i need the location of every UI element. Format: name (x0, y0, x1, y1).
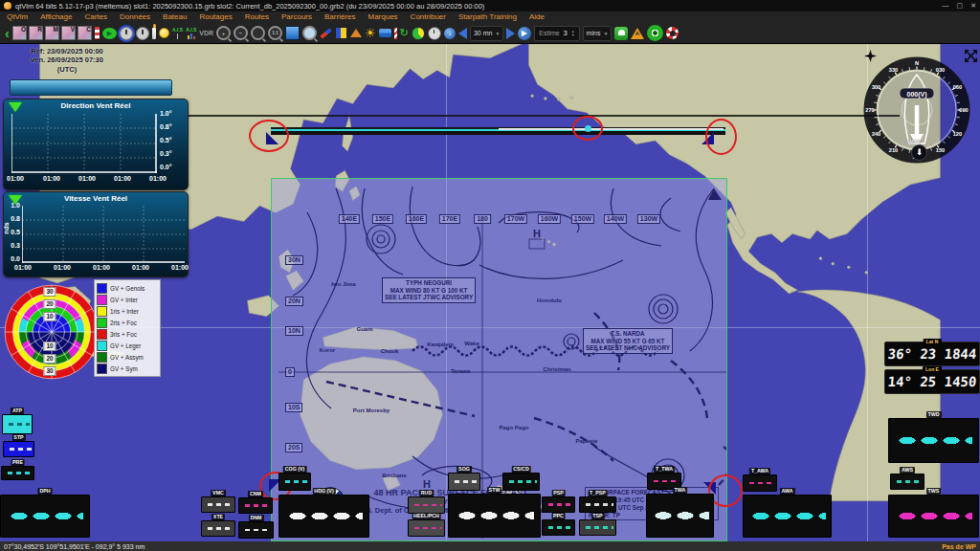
minimize-button[interactable]: — (943, 2, 949, 10)
flag-pole-icon[interactable] (394, 28, 397, 39)
instrument[interactable]: PSP (542, 496, 575, 513)
instrument-value (545, 520, 572, 535)
wind-speed-chart[interactable]: Vitesse Vent Réel nds 1.00.80.50.30.0 01… (3, 191, 189, 277)
play-animation-icon[interactable] (518, 27, 531, 40)
menu-item[interactable]: Marques (368, 11, 397, 23)
instrument[interactable]: HDG (V) (278, 495, 369, 538)
chart-layer-button[interactable]: O (12, 26, 27, 40)
instrument[interactable]: STW (448, 494, 541, 538)
menu-item[interactable]: Données (120, 11, 150, 23)
menu-item[interactable]: Cartes (84, 11, 107, 23)
zoom-1-1-icon[interactable]: 1:1 (268, 26, 282, 40)
measure-icon[interactable] (320, 28, 332, 38)
menu-item[interactable]: QtVlm (7, 11, 28, 23)
instrument[interactable]: AWA (743, 495, 832, 538)
instrument-label: CNM (248, 491, 263, 497)
menu-item[interactable]: Routages (199, 11, 232, 23)
instrument[interactable]: AWS (890, 474, 924, 490)
gauge-icon[interactable] (136, 27, 149, 40)
instrument[interactable]: TWS (888, 495, 979, 538)
back-icon[interactable]: ‹ (5, 27, 10, 40)
step-back-icon[interactable] (458, 28, 467, 39)
estime-field[interactable]: Estime 3 ▲▼ (534, 26, 579, 41)
fax-longitude-label: 170E (439, 214, 460, 224)
grib-icon[interactable] (379, 29, 391, 37)
instrument[interactable]: PPC (542, 519, 575, 536)
compass-star-icon[interactable] (864, 50, 877, 62)
estime-unit-select[interactable]: mins▼ (583, 26, 612, 41)
zoom-out-icon[interactable]: − (234, 26, 248, 40)
instrument[interactable]: RUD (408, 496, 445, 514)
marker-icon[interactable] (152, 28, 156, 39)
instrument[interactable]: DPH (0, 495, 90, 538)
fax-place-label: Chuuk (381, 348, 399, 354)
instrument[interactable]: T_AWA (743, 474, 777, 492)
menu-item[interactable]: Routes (245, 11, 269, 23)
instrument[interactable]: TWD (888, 418, 979, 463)
instrument[interactable]: DNM (238, 521, 274, 539)
lighthouse-icon[interactable] (95, 27, 100, 39)
zoom-area-icon[interactable] (251, 26, 265, 40)
menu-item[interactable]: Starpath Training (458, 11, 517, 23)
map-canvas[interactable]: H H 140E150E160E170E180170W160W150W140W1… (0, 44, 980, 541)
menu-item[interactable]: Barrières (324, 11, 355, 23)
menu-item[interactable]: Bateau (163, 11, 187, 23)
instrument[interactable]: CNM (238, 497, 273, 514)
ais-alarm-icon[interactable]: A (631, 28, 644, 39)
instrument[interactable]: ATP (2, 414, 33, 434)
instrument[interactable]: TSP (579, 519, 616, 536)
compass-degree-label: N (915, 60, 919, 66)
vdr-button[interactable]: VDR (199, 30, 213, 36)
logbook-icon[interactable] (335, 27, 347, 39)
maximize-button[interactable]: ▢ (957, 2, 964, 10)
time-slider[interactable] (10, 79, 172, 96)
close-button[interactable]: ✕ (970, 2, 976, 10)
instrument[interactable]: STP (3, 441, 34, 457)
instrument-gauge-icon[interactable] (120, 27, 133, 40)
instrument[interactable]: PRE (1, 466, 34, 480)
menu-item[interactable]: Contribuer (411, 11, 446, 23)
menu-item[interactable]: Aide (529, 11, 545, 23)
menu-item[interactable]: Parcours (281, 11, 312, 23)
expand-icon[interactable] (965, 50, 977, 62)
mob-target-icon[interactable] (647, 25, 663, 41)
sun-icon[interactable]: ☀ (365, 27, 376, 39)
estime-spinner[interactable]: ▲▼ (571, 30, 575, 36)
refresh-icon[interactable]: ↻ (400, 27, 409, 39)
time-step-select[interactable]: 30 mn▼ (470, 26, 503, 41)
ais-list-icon[interactable]: A.I.S (186, 28, 196, 39)
instrument[interactable]: TWA (646, 494, 714, 538)
chart-layer-button[interactable]: M (45, 26, 59, 40)
fax-opacity-slider[interactable] (271, 127, 725, 135)
pie-icon[interactable] (412, 27, 425, 40)
menu-item[interactable]: Affichage (40, 11, 72, 23)
instrument[interactable]: COG (V) (278, 473, 311, 491)
instrument-box (201, 520, 235, 537)
alarm-bell-icon[interactable] (614, 27, 628, 40)
selection-icon[interactable] (285, 26, 300, 40)
bulb-icon[interactable] (159, 28, 169, 38)
instrument[interactable]: T_PSP (579, 496, 616, 513)
chart-layer-button[interactable]: R (29, 26, 43, 40)
polar-diagram[interactable]: 302010102030 (2, 282, 101, 382)
chart-layer-button[interactable]: V (61, 26, 76, 40)
instrument-box (0, 495, 90, 538)
globe-download-icon[interactable]: ↓ (444, 28, 456, 39)
instrument[interactable]: HEEL/PCH (408, 519, 445, 537)
upload-icon[interactable] (350, 29, 362, 37)
wind-direction-chart[interactable]: Direction Vent Réel 1.0°0.8°0.5°0.3°0.0°… (3, 99, 189, 190)
lifebuoy-icon[interactable] (666, 27, 679, 39)
instrument[interactable]: SOG (448, 473, 480, 491)
ais-target-icon[interactable]: A.I.S (172, 28, 183, 39)
instrument[interactable]: VMC (201, 496, 235, 513)
clock-icon[interactable] (428, 27, 441, 40)
nmea-button[interactable]: ⬇ (911, 144, 927, 161)
step-forward-icon[interactable] (506, 28, 515, 39)
zoom-in-icon[interactable]: + (216, 26, 231, 40)
chart-layer-button[interactable]: C (78, 26, 92, 40)
estime-value[interactable]: 3 (564, 30, 568, 36)
search-icon[interactable] (302, 26, 317, 40)
go-icon[interactable]: ▶ (102, 28, 117, 39)
instrument[interactable]: XTE (201, 520, 235, 537)
instrument[interactable]: CS/CD (502, 473, 540, 491)
